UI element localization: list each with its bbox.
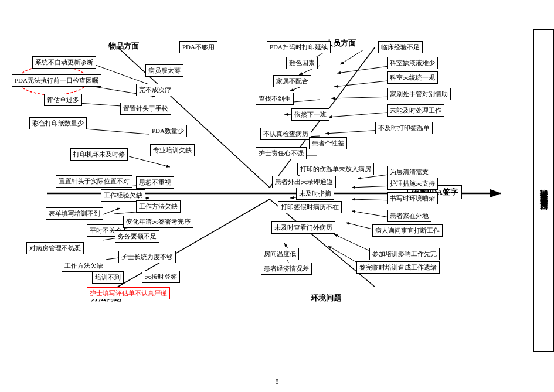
box-nurse-responsibility: 护士责任心不强 <box>256 147 307 159</box>
right-label: 护理质量出现该班问题的原因 <box>533 29 554 352</box>
box-color-factor: 難色因素 <box>286 57 318 69</box>
box-family-not-cooperate: 家属不配合 <box>273 75 311 87</box>
page-number: 8 <box>276 377 279 386</box>
page-container: 物品方面 人员方面 方法问题 环境问题 依赖PDA签字 系统不自动更新诊断 PD… <box>0 0 554 392</box>
box-pda-scan-delay: PDA扫码时打印延续 <box>267 41 331 53</box>
box-evaluate-too-many: 评估单过多 <box>44 94 82 106</box>
box-training-affect-work: 参加培训影响工作先完 <box>369 248 440 260</box>
svg-line-24 <box>325 130 381 134</box>
box-form-training: 表单填写培训不到 <box>46 207 103 220</box>
category-huanjing: 环境问题 <box>311 293 341 304</box>
svg-line-20 <box>337 66 393 73</box>
box-not-timely-work: 未能及时处理工作 <box>387 104 444 117</box>
box-not-sign-time: 未按时登签 <box>142 271 180 283</box>
box-clinical-experience: 临床经验不足 <box>378 41 423 53</box>
box-incomplete-therapy: 完不成次疗 <box>136 84 174 96</box>
box-training-lack: 专业培训欠缺 <box>150 144 195 156</box>
red-box-nurse-serious: 护士填写评估单不认真严谨 <box>87 287 170 299</box>
box-color-print-few: 彩色打印纸数量少 <box>29 117 87 129</box>
svg-line-21 <box>334 80 393 87</box>
svg-line-11 <box>129 156 170 167</box>
box-not-important: 思想不重视 <box>136 176 174 189</box>
box-room-temp-low: 房间温度低 <box>261 248 299 260</box>
box-not-check-outside: 未及时查看门外病历 <box>271 221 335 234</box>
box-dept-no-standard: 科室未统统一规 <box>387 71 438 84</box>
svg-line-3 <box>117 47 270 188</box>
svg-line-19 <box>340 50 363 64</box>
box-ward-unfamiliar: 对病房管理不熟悉 <box>26 242 84 254</box>
box-family-help: 家别处手管对别情助 <box>387 88 451 100</box>
box-patient-economy: 患者经济情况差 <box>261 263 312 275</box>
box-need-support: 为层清清需支 <box>387 166 431 178</box>
box-not-timely-print: 不及时打印签温单 <box>375 122 433 134</box>
box-nursing-no-support: 护理措施未支持 <box>387 178 438 190</box>
box-next-shift: 依然下一班 <box>291 108 329 121</box>
box-not-timely-point: 未及时指摘 <box>296 188 334 200</box>
svg-line-23 <box>328 113 387 117</box>
box-noisy-env: 书写时环境嘈杂 <box>387 192 438 204</box>
box-print-not-in-room: 打印的伤温单未放入病房 <box>297 163 374 175</box>
box-training-cause-miss: 签完临时培训造成工作遗绪 <box>356 261 440 274</box>
box-work-method-lack: 工作方法欠缺 <box>62 260 106 272</box>
box-nurse-lead: 护士长统力度不够 <box>118 251 176 263</box>
box-duty-lack: 务务要领不足 <box>115 230 159 243</box>
box-cant-find: 查找不到生 <box>256 93 294 105</box>
box-patient-bad: 患者个性差 <box>309 137 347 149</box>
box-work-method2: 工作方法欠缺 <box>136 200 181 213</box>
box-needle-position: 置置针头于实际位置不对 <box>56 175 132 188</box>
box-pda-few: PDA数量少 <box>149 125 187 137</box>
category-wupin: 物品方面 <box>108 41 139 52</box>
box-print-sign-not-here: 打印签假时病历不在 <box>278 201 342 213</box>
box-patient-ask-interrupt: 病人询问事宜打断工作 <box>372 224 443 237</box>
box-pda-execute: PDA无法执行前一日检查因嘱 <box>12 74 101 87</box>
box-needle-loose: 置置针头于手松 <box>120 103 171 115</box>
box-patient-out: 患者外出未录即通道 <box>272 176 336 188</box>
box-not-check-carefully: 不认真检查病历 <box>260 128 311 140</box>
box-pda-not-enough: PDA不够用 <box>179 41 217 53</box>
box-training-insufficient: 培训不到 <box>92 271 124 284</box>
box-system-update: 系统不自动更新诊断 <box>32 56 96 69</box>
box-printer-broken: 打印机坏未及时修 <box>70 148 128 161</box>
box-clothes-thin: 病员服太薄 <box>145 64 183 77</box>
box-patient-family-far: 患者家在外地 <box>387 210 431 222</box>
svg-line-22 <box>331 97 393 98</box>
box-dept-lack-fluid: 科室缺液液难少 <box>387 57 438 69</box>
box-experience-lack: 工作经验欠缺 <box>101 189 145 202</box>
box-change-sign: 变化年谱未签署考完序 <box>123 216 193 228</box>
